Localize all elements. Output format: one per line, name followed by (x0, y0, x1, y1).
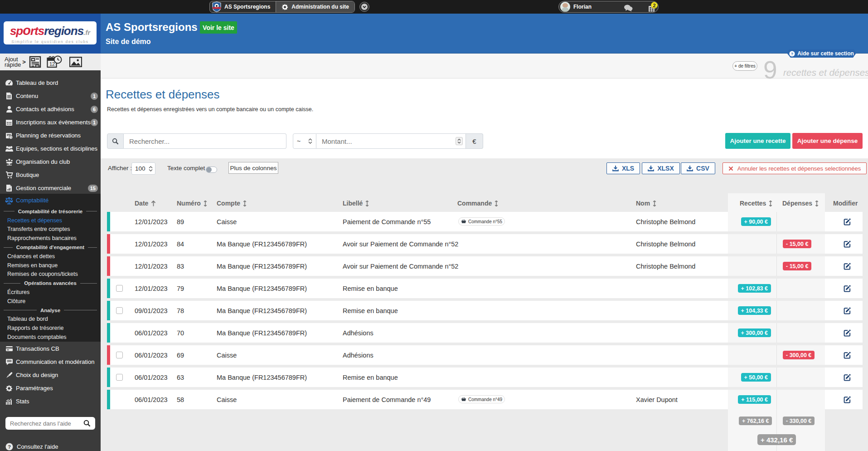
svg-text:12: 12 (49, 61, 55, 67)
svg-text:?: ? (8, 444, 11, 450)
svg-text:?: ? (791, 51, 793, 56)
